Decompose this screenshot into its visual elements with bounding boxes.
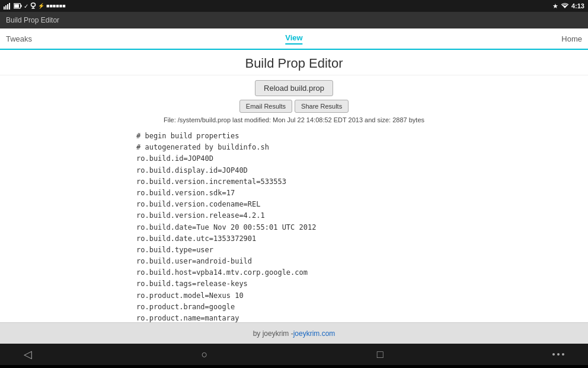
wifi-icon	[561, 2, 569, 10]
status-bar: ✓ ⚡ ■■■■■■ ★ 4:13	[0, 0, 588, 12]
svg-rect-1	[5, 5, 7, 9]
action-area: Reload build.prop Email Results Share Re…	[0, 75, 588, 128]
overflow-dot	[562, 353, 564, 356]
usb-icon: ⚡	[38, 3, 44, 9]
svg-rect-0	[4, 7, 5, 9]
bluetooth-icon: ★	[552, 2, 558, 10]
silent-icon	[30, 2, 36, 9]
page-title-bar: Build Prop Editor	[0, 50, 588, 75]
recents-button[interactable]: □	[377, 348, 384, 361]
prop-text: # begin build properties # autogenerated…	[136, 131, 588, 322]
time-display: 4:13	[571, 2, 584, 9]
title-bar-text: Build Prop Editor	[6, 16, 59, 24]
home-button[interactable]: ○	[201, 348, 207, 361]
overflow-dot	[552, 353, 555, 356]
share-results-button[interactable]: Share Results	[295, 100, 349, 113]
svg-rect-2	[7, 4, 8, 9]
overflow-menu[interactable]	[552, 353, 564, 356]
svg-rect-3	[9, 3, 10, 9]
overflow-dot	[557, 353, 560, 356]
footer-text: by joeykrim -	[253, 329, 293, 338]
file-info: File: /system/build.prop last modified: …	[164, 116, 424, 123]
back-button[interactable]: ◁	[24, 348, 32, 361]
main-content: Reload build.prop Email Results Share Re…	[0, 75, 588, 322]
svg-rect-5	[21, 5, 22, 7]
title-bar: Build Prop Editor	[0, 12, 588, 28]
status-bar-right: ★ 4:13	[552, 2, 584, 10]
nav-bar: Tweaks View Home	[0, 28, 588, 50]
svg-rect-6	[14, 4, 19, 7]
footer-link[interactable]: joeykrim.com	[293, 329, 335, 338]
battery-icon	[14, 2, 22, 9]
app-icons: ■■■■■■	[46, 3, 66, 9]
reload-build-prop-button[interactable]: Reload build.prop	[255, 80, 333, 96]
prop-content[interactable]: # begin build properties # autogenerated…	[0, 128, 588, 322]
footer: by joeykrim - joeykrim.com	[0, 322, 588, 344]
nav-tweaks[interactable]: Tweaks	[6, 34, 32, 43]
secondary-buttons: Email Results Share Results	[239, 100, 349, 113]
page-title: Build Prop Editor	[245, 56, 343, 71]
status-bar-left: ✓ ⚡ ■■■■■■	[4, 2, 66, 9]
signal-icon	[4, 2, 12, 9]
nav-home[interactable]: Home	[561, 34, 582, 43]
svg-point-7	[31, 3, 36, 7]
bottom-nav: ◁ ○ □	[0, 344, 588, 365]
nav-view[interactable]: View	[285, 33, 302, 45]
status-check-icon: ✓	[24, 3, 28, 9]
email-results-button[interactable]: Email Results	[239, 100, 292, 113]
